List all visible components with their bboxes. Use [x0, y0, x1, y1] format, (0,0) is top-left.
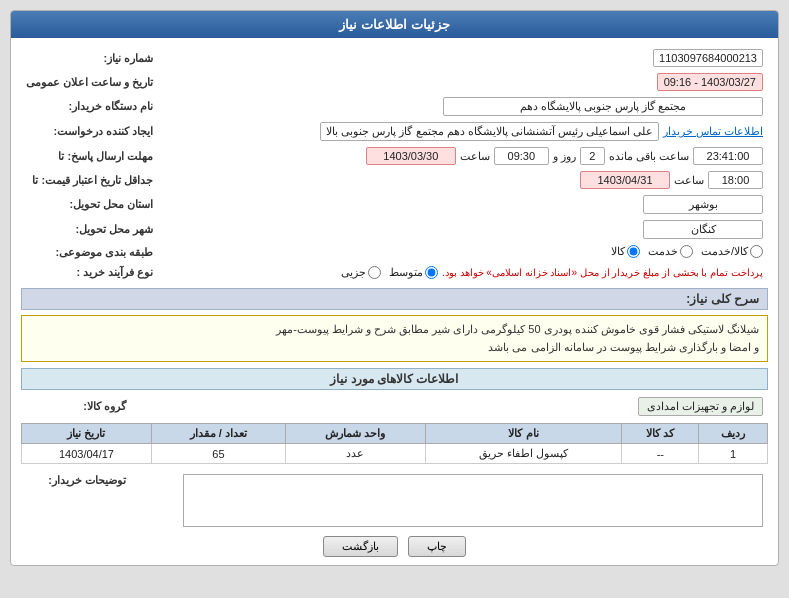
row-mohlet-ersal: 23:41:00 ساعت باقی مانده 2 روز و 09:30 س…: [21, 144, 768, 168]
nam-dastgah-label: نام دستگاه خریدار:: [21, 94, 158, 119]
remaining-box: 23:41:00: [693, 147, 763, 165]
shmare-niaz-value: 1103097684000213: [158, 46, 768, 70]
tavzih-textarea[interactable]: [183, 474, 763, 527]
col-tarikh-niaz: تاریخ نیاز: [22, 424, 152, 444]
sarh-line2: و امضا و بارگذاری شرایط پیوست در سامانه …: [30, 339, 759, 357]
sarh-line1: شیلانگ لاستیکی فشار قوی خاموش کننده پودر…: [30, 321, 759, 339]
radio-khedmat-input[interactable]: [680, 245, 693, 258]
col-kod-kala: کد کالا: [622, 424, 699, 444]
time2-box: 18:00: [708, 171, 763, 189]
shmare-niaz-label: شماره نیاز:: [21, 46, 158, 70]
shahr-label: شهر محل تحویل:: [21, 217, 158, 242]
product-table-header-row: ردیف کد کالا نام کالا واحد شمارش تعداد /…: [22, 424, 768, 444]
info-kalaها-title: اطلاعات کالاهای مورد نیاز: [21, 368, 768, 390]
date-field-label: تاریخ و ساعت اعلان عمومی: [21, 70, 158, 94]
row-shmare-niaz: 1103097684000213 شماره نیاز:: [21, 46, 768, 70]
main-panel: جزئیات اطلاعات نیاز 1103097684000213 شما…: [10, 10, 779, 566]
ostan-box: بوشهر: [643, 195, 763, 214]
remaining-label: ساعت باقی مانده: [609, 150, 689, 163]
row-ijad-konande: اطلاعات تماس خریدار علی اسماعیلی رئیس آت…: [21, 119, 768, 144]
date1-box: 1403/03/30: [366, 147, 456, 165]
sarh-koli-title: سرح کلی نیاز:: [21, 288, 768, 310]
noe-farayand-radio-group: متوسط جزیی: [341, 266, 438, 279]
row-noe-farayand: پرداخت تمام با بخشی از مبلغ خریدار از مح…: [21, 263, 768, 282]
radio-kala-khedmat[interactable]: کالا/خدمت: [701, 245, 763, 258]
row-jadval: 18:00 ساعت 1403/04/31 جداقل تاریخ اعتبار…: [21, 168, 768, 192]
ijad-konande-link[interactable]: اطلاعات تماس خریدار: [663, 125, 763, 138]
panel-body: 1103097684000213 شماره نیاز: 1403/03/27 …: [11, 38, 778, 565]
pardakht-note: پرداخت تمام با بخشی از مبلغ خریدار از مح…: [442, 267, 763, 278]
table-cell: عدد: [285, 444, 425, 464]
radio-khedmat[interactable]: خدمت: [648, 245, 693, 258]
radio-kala-input[interactable]: [627, 245, 640, 258]
panel-header: جزئیات اطلاعات نیاز: [11, 11, 778, 38]
gorohe-kala-table: لوازم و تجهیزات امدادی گروه کالا:: [21, 394, 768, 419]
radio-jozi-input[interactable]: [368, 266, 381, 279]
row-shahr: کنگان شهر محل تحویل:: [21, 217, 768, 242]
sarh-koli-content: شیلانگ لاستیکی فشار قوی خاموش کننده پودر…: [21, 315, 768, 362]
noe-farayand-label: نوع فرآیند خرید :: [21, 263, 158, 282]
jadval-label: جداقل تاریخ اعتبار قیمت: تا: [21, 168, 158, 192]
product-table-body: 1--کپسول اطفاء حریقعدد651403/04/17: [22, 444, 768, 464]
radio-jozi[interactable]: جزیی: [341, 266, 381, 279]
radio-kala-khedmat-input[interactable]: [750, 245, 763, 258]
shahr-box: کنگان: [643, 220, 763, 239]
date-field-box: 1403/03/27 - 09:16: [657, 73, 763, 91]
shmare-niaz-box: 1103097684000213: [653, 49, 763, 67]
ijad-konande-label: ایجاد کننده درخواست:: [21, 119, 158, 144]
days-label: روز و: [553, 150, 576, 163]
ijad-konande-box: علی اسماعیلی رئیس آتشنشانی پالایشگاه دهم…: [320, 122, 659, 141]
btn-row: چاپ بازگشت: [21, 536, 768, 557]
time1-box: 09:30: [494, 147, 549, 165]
radio-motevaset-input[interactable]: [425, 266, 438, 279]
info-table: 1103097684000213 شماره نیاز: 1403/03/27 …: [21, 46, 768, 282]
gorohe-kala-box: لوازم و تجهیزات امدادی: [638, 397, 763, 416]
tabaqe-radio-group: کالا/خدمت خدمت کالا: [611, 245, 763, 258]
days-box: 2: [580, 147, 605, 165]
col-radif: ردیف: [699, 424, 768, 444]
nam-dastgah-box: مجتمع گاز پارس جنوبی پالایشگاه دهم: [443, 97, 763, 116]
table-cell: --: [622, 444, 699, 464]
tavzih-label: توضیحات خریدار:: [21, 470, 131, 530]
gorohe-kala-label: گروه کالا:: [21, 394, 131, 419]
radio-motevaset[interactable]: متوسط: [389, 266, 438, 279]
time-label: ساعت: [460, 150, 490, 163]
tabaqe-label: طبقه بندی موضوعی:: [21, 242, 158, 263]
row-date: 1403/03/27 - 09:16 تاریخ و ساعت اعلان عم…: [21, 70, 768, 94]
time2-label: ساعت: [674, 174, 704, 187]
back-button[interactable]: بازگشت: [323, 536, 398, 557]
row-ostan: بوشهر استان محل تحویل:: [21, 192, 768, 217]
tavzih-table: توضیحات خریدار:: [21, 470, 768, 530]
radio-kala[interactable]: کالا: [611, 245, 640, 258]
col-vahed: واحد شمارش: [285, 424, 425, 444]
ostan-label: استان محل تحویل:: [21, 192, 158, 217]
product-table: ردیف کد کالا نام کالا واحد شمارش تعداد /…: [21, 423, 768, 464]
col-tedad: تعداد / مقدار: [151, 424, 285, 444]
panel-title: جزئیات اطلاعات نیاز: [339, 17, 449, 32]
mohlet-ersal-label: مهلت ارسال پاسخ: تا: [21, 144, 158, 168]
row-tabaqe: کالا/خدمت خدمت کالا طبقه بندی موضوعی:: [21, 242, 768, 263]
row-nam-dastgah: مجتمع گاز پارس جنوبی پالایشگاه دهم نام د…: [21, 94, 768, 119]
table-row: 1--کپسول اطفاء حریقعدد651403/04/17: [22, 444, 768, 464]
product-table-head: ردیف کد کالا نام کالا واحد شمارش تعداد /…: [22, 424, 768, 444]
date2-box: 1403/04/31: [580, 171, 670, 189]
table-cell: کپسول اطفاء حریق: [425, 444, 622, 464]
table-cell: 1: [699, 444, 768, 464]
page-wrapper: جزئیات اطلاعات نیاز 1103097684000213 شما…: [0, 0, 789, 598]
table-cell: 65: [151, 444, 285, 464]
table-cell: 1403/04/17: [22, 444, 152, 464]
col-nam-kala: نام کالا: [425, 424, 622, 444]
print-button[interactable]: چاپ: [408, 536, 466, 557]
